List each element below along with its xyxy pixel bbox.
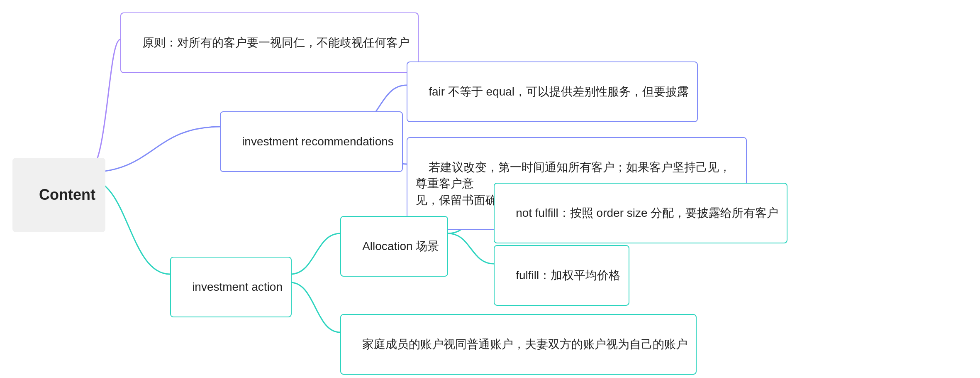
- allocation-label: Allocation 场景: [362, 240, 439, 253]
- investment-action-node: investment action: [170, 257, 292, 317]
- family-node: 家庭成员的账户视同普通账户，夫妻双方的账户视为自己的账户: [340, 314, 697, 375]
- mind-map: Content 原则：对所有的客户要一视同仁，不能歧视任何客户 investme…: [0, 0, 980, 378]
- principle-label: 原则：对所有的客户要一视同仁，不能歧视任何客户: [142, 36, 410, 49]
- inv-rec-label: investment recommendations: [242, 135, 394, 148]
- notfulfill-node: not fulfill：按照 order size 分配，要披露给所有客户: [494, 183, 787, 243]
- fulfill-label: fulfill：加权平均价格: [516, 269, 620, 282]
- investment-recommendations-node: investment recommendations: [220, 111, 403, 172]
- family-label: 家庭成员的账户视同普通账户，夫妻双方的账户视为自己的账户: [362, 338, 687, 351]
- content-node: Content: [12, 158, 105, 232]
- principle-node: 原则：对所有的客户要一视同仁，不能歧视任何客户: [120, 12, 419, 73]
- notfulfill-label: not fulfill：按照 order size 分配，要披露给所有客户: [516, 206, 778, 219]
- allocation-node: Allocation 场景: [340, 216, 448, 277]
- content-label: Content: [39, 186, 95, 203]
- fulfill-node: fulfill：加权平均价格: [494, 245, 629, 306]
- fair-node: fair 不等于 equal，可以提供差别性服务，但要披露: [407, 61, 698, 122]
- fair-label: fair 不等于 equal，可以提供差别性服务，但要披露: [429, 85, 689, 98]
- inv-action-label: investment action: [192, 280, 283, 293]
